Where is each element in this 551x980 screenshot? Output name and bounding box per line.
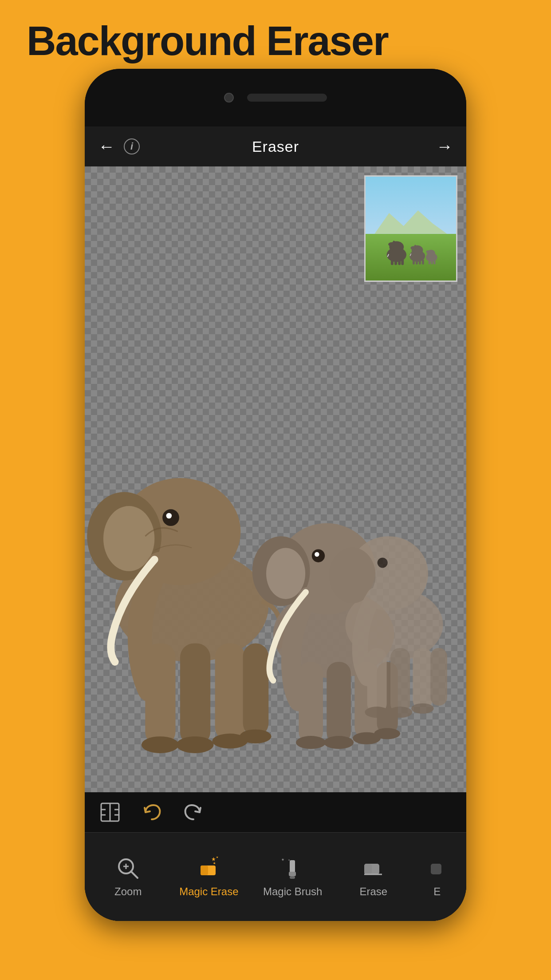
svg-rect-46 [299, 662, 323, 743]
svg-rect-34 [215, 643, 245, 741]
back-button[interactable]: ← [98, 137, 115, 156]
canvas-wrapper[interactable] [85, 166, 466, 792]
edit-controls-bar [85, 792, 466, 832]
tool-magic-erase[interactable]: Magic Erase [179, 856, 238, 898]
nav-left: ← i [98, 137, 140, 156]
svg-marker-83 [281, 858, 284, 861]
svg-marker-78 [213, 861, 216, 864]
svg-rect-14 [413, 259, 415, 265]
erase-label: Erase [359, 885, 387, 898]
svg-point-37 [177, 736, 214, 753]
svg-rect-59 [390, 648, 410, 713]
magic-erase-icon [197, 856, 221, 881]
svg-rect-58 [367, 648, 387, 713]
app-title: Background Eraser [27, 18, 388, 64]
svg-point-45 [315, 552, 319, 557]
svg-point-39 [240, 729, 271, 743]
svg-point-29 [103, 506, 154, 571]
magic-erase-label: Magic Erase [179, 885, 238, 898]
zoom-label: Zoom [114, 885, 142, 898]
nav-title: Eraser [252, 138, 299, 155]
phone-bottom [85, 908, 466, 921]
svg-marker-77 [212, 857, 216, 861]
phone-top-bar [85, 69, 466, 126]
zoom-icon [116, 856, 141, 881]
svg-point-31 [166, 513, 172, 519]
svg-rect-47 [327, 662, 351, 743]
magic-brush-label: Magic Brush [263, 885, 322, 898]
svg-rect-86 [364, 864, 372, 874]
erase-icon [361, 856, 386, 881]
nav-bar: ← i Eraser → [85, 126, 466, 166]
partial-label: E [433, 885, 441, 898]
tool-partial[interactable]: E [425, 856, 449, 898]
svg-point-64 [411, 703, 433, 714]
partial-icon [425, 856, 449, 881]
svg-rect-7 [401, 258, 404, 265]
svg-rect-76 [201, 865, 208, 875]
svg-rect-81 [289, 872, 296, 876]
svg-point-63 [388, 707, 413, 718]
forward-button[interactable]: → [436, 137, 453, 156]
svg-rect-24 [431, 260, 433, 264]
svg-point-36 [142, 736, 179, 753]
svg-rect-80 [290, 860, 295, 873]
app-content: ← i Eraser → [85, 126, 466, 921]
thumb-elephants-svg [366, 218, 456, 281]
svg-point-62 [365, 707, 389, 718]
svg-line-72 [131, 871, 138, 878]
svg-point-43 [266, 548, 305, 599]
svg-rect-6 [398, 258, 401, 265]
svg-rect-25 [433, 260, 435, 264]
svg-rect-17 [422, 259, 424, 265]
redo-button[interactable] [181, 800, 205, 824]
svg-rect-4 [391, 258, 394, 265]
svg-rect-61 [430, 648, 447, 706]
svg-rect-5 [394, 258, 397, 265]
svg-marker-84 [288, 859, 290, 861]
tool-zoom[interactable]: Zoom [102, 856, 155, 898]
phone-camera [224, 93, 234, 103]
svg-point-51 [324, 736, 354, 749]
svg-rect-16 [419, 259, 421, 265]
svg-point-57 [378, 557, 388, 568]
svg-rect-32 [145, 643, 175, 746]
svg-rect-35 [243, 643, 269, 736]
tool-magic-brush[interactable]: Magic Brush [263, 856, 322, 898]
svg-rect-88 [431, 864, 441, 874]
svg-rect-60 [413, 648, 432, 709]
svg-marker-79 [216, 857, 218, 858]
info-button[interactable]: i [124, 138, 140, 154]
svg-point-50 [296, 736, 326, 749]
phone-frame: ← i Eraser → [85, 69, 466, 921]
undo-button[interactable] [140, 800, 164, 824]
svg-rect-82 [290, 876, 295, 879]
thumbnail-preview [364, 175, 457, 282]
svg-point-53 [374, 728, 400, 739]
crop-compare-button[interactable] [98, 800, 122, 824]
tool-erase[interactable]: Erase [347, 856, 400, 898]
phone-speaker [247, 94, 327, 102]
svg-rect-33 [180, 643, 210, 746]
svg-point-22 [426, 250, 430, 253]
svg-rect-23 [429, 260, 430, 264]
svg-rect-15 [416, 259, 418, 265]
magic-brush-icon [280, 856, 305, 881]
